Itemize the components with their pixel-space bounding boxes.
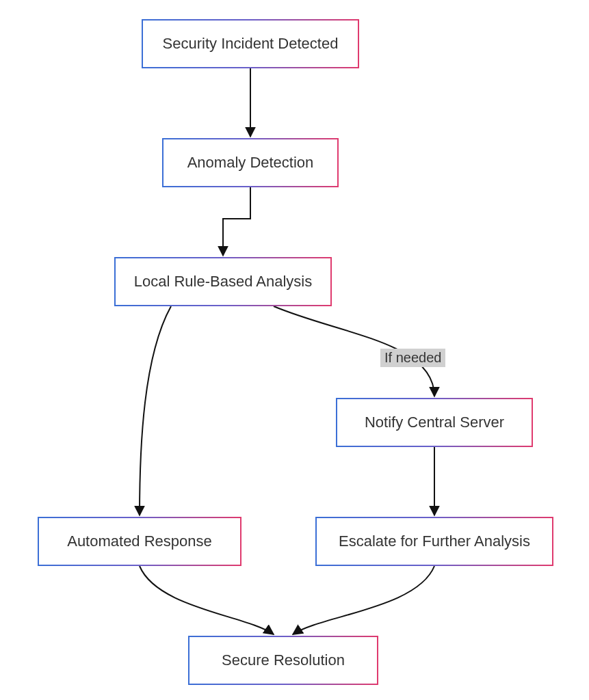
node-label: Automated Response <box>67 533 212 550</box>
edge-label-text: If needed <box>384 350 441 365</box>
node-security-incident-detected: Security Incident Detected <box>142 19 359 68</box>
flowchart-canvas: Security Incident Detected Anomaly Detec… <box>0 0 589 700</box>
node-label: Anomaly Detection <box>187 154 314 172</box>
edge-n5-n7 <box>140 566 274 634</box>
edge-label-if-needed: If needed <box>380 349 445 367</box>
node-local-rule-based-analysis: Local Rule-Based Analysis <box>114 257 332 306</box>
node-label: Local Rule-Based Analysis <box>134 273 312 291</box>
node-notify-central-server: Notify Central Server <box>336 398 533 447</box>
edge-n6-n7 <box>293 566 434 634</box>
node-label: Escalate for Further Analysis <box>339 533 530 550</box>
node-label: Security Incident Detected <box>163 35 339 53</box>
node-secure-resolution: Secure Resolution <box>188 636 378 685</box>
node-automated-response: Automated Response <box>38 517 241 566</box>
edges-layer <box>0 0 589 700</box>
edge-n3-n5 <box>140 306 171 515</box>
node-label: Notify Central Server <box>365 414 504 431</box>
node-anomaly-detection: Anomaly Detection <box>162 138 339 187</box>
edge-n2-n3 <box>223 187 250 256</box>
node-escalate-further-analysis: Escalate for Further Analysis <box>315 517 553 566</box>
node-label: Secure Resolution <box>222 651 345 669</box>
